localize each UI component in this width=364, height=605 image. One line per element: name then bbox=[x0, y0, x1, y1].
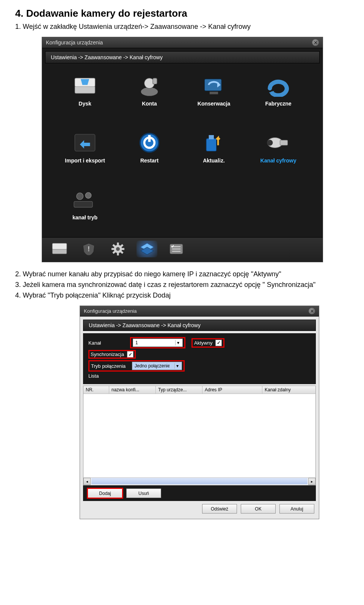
window-titlebar: Konfiguracja urządzenia ✕ bbox=[42, 37, 323, 48]
channel-config-window: Konfiguracja urządzenia ✕ Ustawienia -> … bbox=[80, 306, 319, 519]
tryb-highlight: Tryb połączenia Jedno połączenie ▾ bbox=[88, 360, 185, 372]
col-adres[interactable]: Adres IP bbox=[202, 386, 262, 394]
col-zdalny[interactable]: Kanał zdalny bbox=[262, 386, 315, 394]
grid-item-label: Konserwacja bbox=[189, 101, 238, 107]
svg-rect-19 bbox=[74, 202, 93, 208]
list-header: NR. nazwa konfi... Typ urządze... Adres … bbox=[83, 386, 315, 394]
svg-rect-0 bbox=[75, 86, 95, 93]
bottom-nav-disk-icon[interactable] bbox=[49, 241, 70, 257]
breadcrumb: Ustawienia -> Zaawansowane -> Kanał cyfr… bbox=[83, 320, 316, 331]
svg-rect-5 bbox=[153, 78, 157, 84]
close-icon[interactable]: ✕ bbox=[312, 39, 319, 46]
tryb-value: Jedno połączenie bbox=[135, 363, 169, 369]
synchronizacja-checkbox[interactable]: ✓ bbox=[127, 351, 133, 358]
bottom-nav-gear-icon[interactable] bbox=[107, 241, 128, 257]
channel-mode-icon bbox=[70, 188, 100, 211]
window-title: Konfiguracja urządzenia bbox=[46, 39, 103, 46]
instruction-item: Wejść w zakładkę Ustawienia urządzeń-> Z… bbox=[23, 22, 349, 32]
list-body[interactable] bbox=[83, 394, 315, 477]
odswiez-button[interactable]: Odśwież bbox=[202, 504, 237, 514]
tryb-dropdown[interactable]: Jedno połączenie ▾ bbox=[132, 362, 182, 370]
scroll-right-icon[interactable]: ▸ bbox=[308, 478, 315, 485]
aktywny-label: Aktywny bbox=[194, 340, 212, 346]
aktywny-highlight: Aktywny ✓ bbox=[191, 338, 224, 348]
maintenance-icon bbox=[199, 74, 229, 98]
update-icon bbox=[199, 131, 229, 154]
grid-item-dysk[interactable]: Dysk bbox=[60, 74, 110, 120]
svg-text:!: ! bbox=[88, 245, 90, 253]
kanal-dropdown[interactable]: 1 ▾ bbox=[133, 339, 183, 347]
grid-item-label: Konta bbox=[125, 101, 174, 107]
svg-point-3 bbox=[141, 88, 158, 96]
settings-window: Konfiguracja urządzenia ✕ Ustawienia -> … bbox=[42, 37, 323, 262]
svg-point-20 bbox=[77, 193, 83, 200]
breadcrumb: Ustawienia -> Zaawansowane -> Kanał cyfr… bbox=[45, 51, 320, 63]
list-area: NR. nazwa konfi... Typ urządze... Adres … bbox=[83, 386, 316, 485]
window-title: Konfiguracja urządzenia bbox=[84, 308, 136, 314]
svg-rect-15 bbox=[209, 135, 214, 139]
chevron-down-icon: ▾ bbox=[175, 340, 181, 345]
grid-item-label: Kanał cyfrowy bbox=[254, 158, 303, 164]
col-typ[interactable]: Typ urządze... bbox=[156, 386, 202, 394]
synchronizacja-highlight: Synchronizacja ✓ bbox=[88, 350, 136, 359]
grid-item-label: Aktualiz. bbox=[189, 158, 238, 164]
grid-item-restart[interactable]: Restart bbox=[125, 131, 174, 176]
bottom-nav-shield-icon[interactable]: ! bbox=[78, 241, 99, 257]
grid-item-label: Fabryczne bbox=[254, 101, 303, 107]
kanal-highlight: 1 ▾ bbox=[130, 337, 185, 348]
settings-grid: Dysk Konta Konserwacja Fabryczne Import bbox=[42, 63, 323, 237]
dialog-button-row: Odśwież OK Anuluj bbox=[80, 501, 319, 519]
section-heading: 4. Dodawanie kamery do rejestartora bbox=[15, 8, 349, 19]
synchronizacja-label: Synchronizacja bbox=[91, 351, 124, 357]
grid-item-label: Restart bbox=[125, 158, 174, 164]
bottom-nav-list-icon[interactable] bbox=[166, 241, 187, 257]
instruction-item: Wybrać numer kanału aby przypisać do nie… bbox=[23, 269, 349, 279]
svg-point-17 bbox=[267, 140, 273, 146]
svg-rect-23 bbox=[52, 243, 67, 249]
svg-rect-18 bbox=[280, 140, 287, 145]
dodaj-button[interactable]: Dodaj bbox=[88, 488, 122, 498]
col-nr[interactable]: NR. bbox=[83, 386, 109, 394]
svg-rect-14 bbox=[206, 139, 217, 151]
tryb-label: Tryb połączenia bbox=[91, 363, 129, 369]
accounts-icon bbox=[134, 74, 165, 98]
scroll-left-icon[interactable]: ◂ bbox=[83, 478, 91, 485]
instruction-list: Wejść w zakładkę Ustawienia urządzeń-> Z… bbox=[23, 22, 349, 32]
aktywny-checkbox[interactable]: ✓ bbox=[215, 340, 222, 346]
grid-item-aktualiz[interactable]: Aktualiz. bbox=[189, 131, 238, 176]
chevron-down-icon: ▾ bbox=[174, 363, 180, 369]
factory-reset-icon bbox=[263, 74, 293, 98]
instruction-item: Wybrać "Tryb połączenia" Kliknąć przycis… bbox=[23, 290, 349, 300]
usun-button[interactable]: Usuń bbox=[126, 488, 161, 498]
window-titlebar: Konfiguracja urządzenia ✕ bbox=[80, 306, 319, 317]
grid-item-import-eksport[interactable]: Import i eksport bbox=[60, 131, 110, 176]
import-export-icon bbox=[70, 131, 100, 154]
lista-label: Lista bbox=[88, 373, 126, 379]
scroll-thumb[interactable] bbox=[91, 478, 308, 484]
grid-item-konta[interactable]: Konta bbox=[125, 74, 174, 120]
instruction-item: Jeżeli kamera ma synchronizować datę i c… bbox=[23, 280, 349, 290]
col-nazwa[interactable]: nazwa konfi... bbox=[109, 386, 156, 394]
kanal-label: Kanał bbox=[88, 340, 126, 346]
horizontal-scrollbar[interactable]: ◂ ▸ bbox=[83, 477, 315, 485]
form-area: Kanał 1 ▾ Aktywny ✓ Synchronizacja ✓ Try… bbox=[83, 333, 316, 384]
digital-channel-icon bbox=[263, 131, 293, 154]
bottom-nav-row: ! bbox=[42, 237, 323, 262]
svg-rect-7 bbox=[210, 92, 218, 95]
disk-icon bbox=[70, 74, 100, 98]
kanal-value: 1 bbox=[135, 340, 138, 345]
ok-button[interactable]: OK bbox=[241, 504, 276, 514]
grid-item-fabryczne[interactable]: Fabryczne bbox=[254, 74, 303, 120]
anuluj-button[interactable]: Anuluj bbox=[279, 504, 314, 514]
grid-item-label: kanał tryb bbox=[60, 214, 110, 221]
grid-item-kanal-tryb[interactable]: kanał tryb bbox=[60, 188, 110, 233]
grid-item-label: Dysk bbox=[60, 101, 110, 107]
grid-item-kanal-cyfrowy[interactable]: Kanał cyfrowy bbox=[254, 131, 303, 176]
svg-rect-13 bbox=[148, 135, 151, 142]
grid-item-konserwacja[interactable]: Konserwacja bbox=[189, 74, 238, 120]
bottom-nav-advanced-icon[interactable] bbox=[136, 241, 157, 257]
grid-item-label: Import i eksport bbox=[60, 158, 110, 164]
close-icon[interactable]: ✕ bbox=[309, 308, 315, 314]
list-button-row: Dodaj Usuń bbox=[83, 485, 316, 501]
svg-point-30 bbox=[116, 247, 120, 251]
